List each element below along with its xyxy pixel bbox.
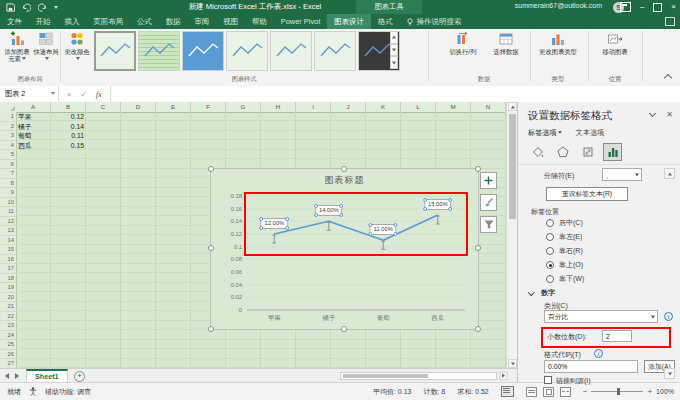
position-option-5[interactable]: 靠下(W) (546, 274, 584, 284)
chart-style-thumb[interactable] (182, 31, 224, 71)
separator-combobox[interactable]: , (602, 168, 642, 181)
data-label[interactable]: 12.00% (260, 218, 288, 229)
formula-input[interactable] (111, 86, 680, 102)
zoom-slider[interactable] (591, 391, 643, 392)
tab-插入[interactable]: 插入 (58, 14, 87, 29)
radio-icon[interactable] (546, 261, 554, 269)
gallery-scroll-up-icon[interactable] (390, 31, 398, 44)
column-header-J[interactable]: J (331, 102, 366, 112)
column-header-C[interactable]: C (86, 102, 121, 112)
cell-A4[interactable]: 西瓜 (16, 141, 51, 151)
pane-scroll-down-icon[interactable] (664, 368, 675, 379)
tab-审阅[interactable]: 审阅 (187, 14, 216, 29)
row-header-3[interactable]: 3 (0, 131, 16, 141)
chart-style-thumb[interactable] (270, 31, 312, 71)
cell-B1[interactable]: 0.12 (51, 112, 87, 122)
chart-handle[interactable] (475, 326, 481, 332)
column-header-L[interactable]: L (401, 102, 436, 112)
row-header-14[interactable]: 14 (0, 236, 16, 246)
cancel-icon[interactable]: × (67, 90, 71, 99)
chart-handle[interactable] (341, 166, 347, 172)
scroll-up-icon[interactable] (508, 102, 517, 111)
data-label[interactable]: 15.00% (424, 199, 452, 210)
move-chart-button[interactable]: 移动图表 (595, 31, 635, 55)
row-header-7[interactable]: 7 (0, 169, 16, 179)
account-email[interactable]: summerain67@outlook.com (515, 2, 602, 9)
horizontal-scroll-thumb[interactable] (343, 374, 428, 378)
tell-me-search[interactable]: 操作说明搜索 (406, 17, 462, 27)
column-header-A[interactable]: A (16, 102, 51, 112)
new-sheet-button[interactable]: + (74, 371, 85, 382)
position-option-3[interactable]: 靠右(R) (546, 246, 583, 256)
tab-Power Pivot[interactable]: Power Pivot (274, 14, 327, 29)
row-header-18[interactable]: 18 (0, 274, 16, 284)
column-header-E[interactable]: E (156, 102, 191, 112)
gallery-more-icon[interactable] (390, 56, 398, 69)
switch-row-column-button[interactable]: 切换行/列 (443, 31, 483, 55)
page-break-view-icon[interactable] (560, 387, 571, 397)
chart-filters-button[interactable] (480, 216, 497, 233)
row-header-13[interactable]: 13 (0, 226, 16, 236)
column-header-G[interactable]: G (226, 102, 261, 112)
collapse-pane-icon[interactable] (665, 17, 675, 26)
cell-A3[interactable]: 葡萄 (16, 131, 51, 141)
chart-elements-button[interactable] (480, 172, 497, 189)
minimize-button[interactable]: – (640, 0, 644, 14)
collapse-ribbon-icon[interactable] (664, 73, 672, 79)
restore-button[interactable] (653, 3, 662, 12)
chart-handle[interactable] (208, 326, 214, 332)
select-data-button[interactable]: 选择数据 (487, 31, 525, 55)
close-button[interactable]: × (671, 0, 676, 14)
row-header-22[interactable]: 22 (0, 312, 16, 322)
radio-icon[interactable] (546, 233, 554, 241)
tab-公式[interactable]: 公式 (130, 14, 159, 29)
tab-label-options[interactable]: 标签选项 (528, 128, 562, 138)
chart-style-thumb[interactable] (314, 31, 356, 71)
column-header-D[interactable]: D (121, 102, 156, 112)
row-header-12[interactable]: 12 (0, 217, 16, 227)
position-option-4[interactable]: 靠上(O) (546, 260, 583, 270)
chart-handle[interactable] (475, 245, 481, 251)
chart-object[interactable]: 图表标题 0.180.160.140.120.10.080.060.040.02… (210, 168, 479, 330)
change-chart-type-button[interactable]: 更改图表类型 (536, 31, 580, 55)
tab-text-options[interactable]: 文本选项 (576, 128, 605, 138)
radio-icon[interactable] (546, 219, 554, 227)
tab-视图[interactable]: 视图 (216, 14, 245, 29)
display-settings-icon[interactable] (501, 386, 514, 397)
sheet-nav-left-icon[interactable] (5, 373, 9, 379)
undo-icon[interactable] (22, 3, 31, 12)
row-header-8[interactable]: 8 (0, 179, 16, 189)
radio-icon[interactable] (546, 275, 554, 283)
status-accessibility[interactable]: 辅助功能: 调查 (45, 387, 91, 397)
column-header-F[interactable]: F (191, 102, 226, 112)
pane-close-icon[interactable]: ✕ (666, 110, 673, 119)
tab-图表设计[interactable]: 图表设计 (327, 14, 371, 29)
row-header-17[interactable]: 17 (0, 264, 16, 274)
label-options-icon[interactable] (603, 143, 622, 161)
quick-layout-button[interactable]: 快速布局 (33, 31, 59, 62)
row-header-15[interactable]: 15 (0, 245, 16, 255)
normal-view-icon[interactable] (526, 387, 537, 397)
row-header-26[interactable]: 26 (0, 350, 16, 360)
row-header-1[interactable]: 1 (0, 112, 16, 122)
row-header-16[interactable]: 16 (0, 255, 16, 265)
insert-function-icon[interactable]: fx (96, 89, 102, 99)
pane-chevron-icon[interactable] (650, 111, 656, 117)
change-colors-button[interactable]: 更改颜色 (63, 31, 91, 62)
cell-A2[interactable]: 橘子 (16, 122, 51, 132)
decimal-places-input[interactable]: 2 (602, 330, 632, 342)
radio-icon[interactable] (546, 247, 554, 255)
chart-style-thumb[interactable] (138, 31, 180, 71)
zoom-in-icon[interactable]: + (647, 387, 652, 396)
scroll-right-icon[interactable] (500, 372, 508, 381)
cell-B4[interactable]: 0.15 (51, 141, 87, 151)
row-header-19[interactable]: 19 (0, 283, 16, 293)
scroll-down-icon[interactable] (508, 359, 517, 368)
position-option-2[interactable]: 靠左(E) (546, 232, 582, 242)
redo-icon[interactable] (38, 3, 47, 12)
link-to-source-checkbox[interactable] (544, 376, 552, 384)
format-code-input[interactable]: 0.00% (544, 360, 638, 373)
row-header-4[interactable]: 4 (0, 141, 16, 151)
gallery-scroll-down-icon[interactable] (390, 44, 398, 57)
column-header-K[interactable]: K (366, 102, 401, 112)
